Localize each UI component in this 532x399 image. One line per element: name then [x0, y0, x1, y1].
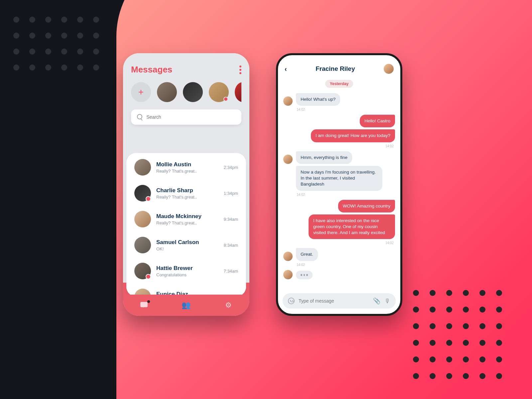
chat-screen: ‹ Fracine Riley Yesterday Hello! What's … — [276, 53, 402, 316]
message-composer: 📎 🎙 — [283, 293, 396, 309]
outgoing-message: Hello! Castro — [283, 115, 395, 127]
search-icon — [137, 114, 142, 120]
conversation-time: 9:34am — [224, 217, 238, 222]
conversation-name: Samuel Carlson — [156, 239, 218, 246]
avatar — [134, 185, 151, 201]
conversation-row[interactable]: Hattie BrewerCongratulations7:34am — [126, 258, 246, 284]
message-timestamp: 14:02 — [297, 193, 394, 197]
incoming-message: Now a days I'm focusing on travelling. I… — [283, 166, 395, 191]
message-bubble: Great. — [296, 248, 318, 261]
story-avatar[interactable] — [209, 82, 229, 102]
tab-settings-icon[interactable]: ⚙ — [223, 301, 233, 309]
message-thread: Hello! What's up?14:02Hello! CastroI am … — [278, 93, 400, 279]
conversation-name: Hattie Brewer — [156, 265, 218, 272]
message-timestamp: 14:02 — [283, 144, 394, 148]
conversation-name: Charlie Sharp — [156, 187, 218, 194]
message-bubble: WOW! Amazing country — [338, 200, 395, 212]
incoming-message: Great. — [283, 248, 395, 261]
avatar — [134, 211, 151, 227]
conversation-row[interactable]: Samuel CarlsonOK!8:34am — [126, 232, 246, 258]
outgoing-message: I have also interested on the nice green… — [283, 214, 395, 239]
conversation-preview: Really? That's.great.. — [156, 169, 218, 174]
tab-contacts-icon[interactable]: 👥 — [181, 301, 191, 309]
incoming-message: Hmm, everything is fine — [283, 151, 395, 164]
message-timestamp: 14:02 — [283, 241, 394, 245]
message-bubble: Hello! What's up? — [296, 93, 340, 106]
tab-chats-icon[interactable] — [139, 301, 149, 309]
add-story-button[interactable]: + — [131, 82, 151, 102]
search-field[interactable] — [131, 109, 241, 125]
conversation-preview: OK! — [156, 246, 218, 251]
message-timestamp: 14:02 — [297, 108, 394, 111]
back-button[interactable]: ‹ — [285, 65, 287, 73]
incoming-message: Hello! What's up? — [283, 93, 395, 106]
message-bubble: I have also interested on the nice green… — [309, 214, 395, 239]
composer-input[interactable] — [299, 298, 369, 304]
conversation-time: 8:34am — [224, 243, 238, 248]
chat-contact-name: Fracine Riley — [316, 65, 355, 72]
story-avatar[interactable] — [157, 82, 177, 102]
attachment-icon[interactable]: 📎 — [373, 297, 380, 305]
emoji-icon[interactable] — [288, 298, 295, 304]
conversation-preview: Really? That's.great.. — [156, 220, 218, 225]
conversation-preview: Congratulations — [156, 272, 218, 277]
message-bubble: Now a days I'm focusing on travelling. I… — [296, 166, 382, 191]
conversation-name: Mollie Austin — [156, 161, 218, 168]
bottom-tab-bar: 👥 ⚙ — [123, 295, 249, 316]
conversation-list: Mollie AustinReally? That's.great..2:34p… — [126, 153, 246, 297]
message-avatar — [283, 96, 293, 106]
message-bubble: Hmm, everything is fine — [296, 151, 352, 164]
page-title: Messages — [131, 65, 172, 75]
avatar — [134, 237, 151, 253]
avatar — [134, 263, 151, 279]
message-avatar — [283, 252, 293, 261]
conversation-row[interactable]: Mollie AustinReally? That's.great..2:34p… — [126, 154, 246, 180]
conversation-time: 1:34pm — [224, 191, 238, 196]
message-avatar — [283, 270, 293, 279]
messages-screen: Messages + Mollie AustinReally? That's.g… — [123, 53, 249, 316]
conversation-row[interactable]: Maude MckinneyReally? That's.great..9:34… — [126, 206, 246, 232]
decorative-dots-bottom-right — [413, 290, 502, 379]
conversation-time: 7:34am — [224, 269, 238, 274]
typing-indicator — [283, 270, 395, 279]
story-avatar[interactable] — [183, 82, 203, 102]
search-input[interactable] — [146, 114, 235, 120]
decorative-dots-top-left — [13, 17, 99, 70]
conversation-time: 2:34pm — [224, 165, 238, 170]
message-bubble: Hello! Castro — [360, 115, 395, 127]
mic-icon[interactable]: 🎙 — [384, 298, 390, 305]
outgoing-message: WOW! Amazing country — [283, 200, 395, 212]
outgoing-message: I am doing great! How are you today? — [283, 129, 395, 142]
message-timestamp: 14:02 — [297, 263, 394, 267]
message-bubble: I am doing great! How are you today? — [311, 129, 395, 142]
conversation-row[interactable]: Charlie SharpReally? That's.great..1:34p… — [126, 180, 246, 206]
contact-avatar[interactable] — [384, 64, 394, 74]
conversation-name: Maude Mckinney — [156, 213, 218, 220]
stories-strip: + — [131, 82, 241, 102]
more-menu-icon[interactable] — [239, 66, 241, 74]
conversation-preview: Really? That's.great.. — [156, 195, 218, 200]
story-avatar[interactable] — [235, 82, 241, 102]
day-separator: Yesterday — [325, 80, 353, 88]
avatar — [134, 159, 151, 176]
message-avatar — [283, 155, 293, 164]
